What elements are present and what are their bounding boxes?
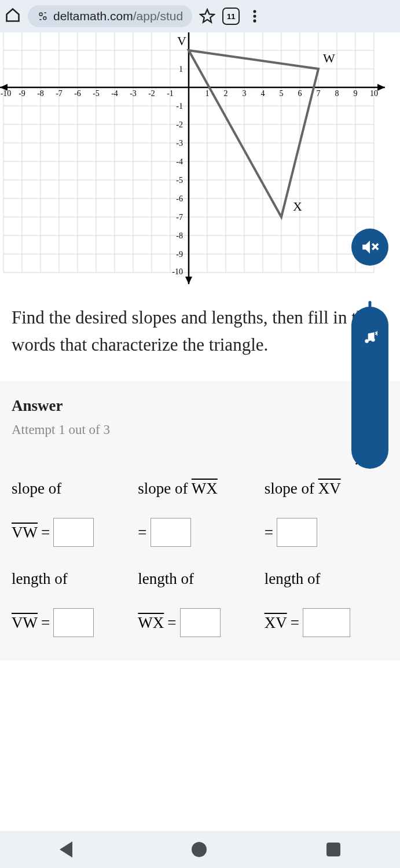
- slope-vw-input[interactable]: [53, 518, 94, 547]
- svg-text:-7: -7: [56, 89, 63, 98]
- slope-xv-label: slope of XV: [265, 480, 388, 498]
- browser-bar: deltamath.com/app/stud 11: [0, 0, 400, 32]
- svg-text:10: 10: [370, 89, 378, 98]
- svg-text:4: 4: [261, 89, 265, 98]
- bookmark-icon[interactable]: [199, 8, 215, 24]
- svg-text:-10: -10: [1, 89, 12, 98]
- audio-pill[interactable]: ✱: [351, 307, 388, 469]
- svg-text:-2: -2: [148, 89, 155, 98]
- home-icon[interactable]: [5, 7, 21, 25]
- svg-text:-6: -6: [176, 194, 183, 203]
- svg-text:✱: ✱: [375, 330, 377, 337]
- svg-point-80: [365, 339, 369, 343]
- svg-text:-3: -3: [130, 89, 137, 98]
- vertex-W: W: [323, 51, 335, 65]
- recent-button[interactable]: [326, 843, 340, 856]
- caption-off-icon[interactable]: [12, 437, 388, 468]
- length-xv-input[interactable]: [303, 608, 350, 637]
- svg-text:-6: -6: [74, 89, 81, 98]
- triangle-characterization: Triangle VWX is: [12, 637, 388, 660]
- svg-text:-5: -5: [176, 176, 183, 185]
- svg-marker-41: [185, 277, 192, 284]
- url-domain: deltamath.com: [53, 9, 133, 23]
- question-text: Find the desired slopes and lengths, the…: [0, 287, 400, 381]
- length-wx-input[interactable]: [180, 608, 221, 637]
- svg-text:3: 3: [243, 89, 247, 98]
- length-xv-label: length of: [265, 570, 388, 588]
- svg-text:-4: -4: [176, 157, 183, 166]
- svg-text:-8: -8: [37, 89, 44, 98]
- back-button[interactable]: [60, 841, 72, 858]
- mute-button[interactable]: [351, 229, 388, 266]
- svg-text:7: 7: [317, 89, 321, 98]
- svg-text:-7: -7: [176, 213, 183, 222]
- tab-count-badge[interactable]: 11: [222, 8, 240, 25]
- url-bar[interactable]: deltamath.com/app/stud: [28, 5, 192, 27]
- length-wx-label: length of: [138, 570, 262, 588]
- svg-text:-3: -3: [176, 139, 183, 148]
- length-vw-label: length of: [12, 570, 135, 588]
- svg-point-81: [371, 338, 375, 342]
- slope-xv-input[interactable]: [277, 518, 317, 547]
- slope-vw-label: slope of: [12, 480, 135, 498]
- svg-marker-39: [377, 84, 385, 91]
- svg-point-2: [254, 10, 256, 13]
- attempt-counter: Attempt 1 out of 3: [12, 422, 388, 437]
- svg-text:-8: -8: [176, 231, 183, 240]
- svg-point-4: [254, 20, 256, 23]
- vertex-V: V: [177, 34, 186, 48]
- svg-text:-2: -2: [176, 120, 183, 129]
- svg-text:1: 1: [205, 89, 210, 98]
- svg-text:-9: -9: [176, 250, 183, 259]
- menu-icon[interactable]: [247, 8, 263, 24]
- svg-marker-73: [189, 50, 318, 217]
- svg-text:-10: -10: [172, 267, 183, 276]
- svg-point-0: [39, 13, 42, 16]
- svg-text:5: 5: [280, 89, 284, 98]
- slope-wx-input[interactable]: [151, 518, 191, 547]
- length-vw-input[interactable]: [53, 608, 94, 637]
- svg-text:-4: -4: [111, 89, 118, 98]
- svg-text:8: 8: [335, 89, 339, 98]
- slope-wx-label: slope of WX: [138, 480, 262, 498]
- svg-text:-5: -5: [93, 89, 100, 98]
- home-button[interactable]: [192, 842, 207, 857]
- svg-text:-1: -1: [167, 89, 174, 98]
- svg-text:2: 2: [224, 89, 228, 98]
- svg-text:-1: -1: [176, 102, 183, 111]
- vertex-X: X: [293, 199, 302, 214]
- svg-point-3: [254, 14, 256, 17]
- answer-heading: Answer: [12, 397, 63, 415]
- segment-vw: VW: [12, 524, 38, 542]
- android-nav-bar: [0, 831, 400, 868]
- svg-text:-9: -9: [19, 89, 25, 98]
- svg-text:9: 9: [354, 89, 358, 98]
- svg-point-1: [43, 17, 46, 20]
- url-path: /app/stud: [133, 9, 183, 23]
- coordinate-plane: -10-9-8-7-6-5-4-3-2-1 12345678910 1 -1-2…: [0, 32, 400, 287]
- svg-text:1: 1: [179, 65, 183, 73]
- svg-text:6: 6: [298, 89, 302, 98]
- answer-section: Answer ••• Attempt 1 out of 3 slope of s…: [0, 381, 400, 660]
